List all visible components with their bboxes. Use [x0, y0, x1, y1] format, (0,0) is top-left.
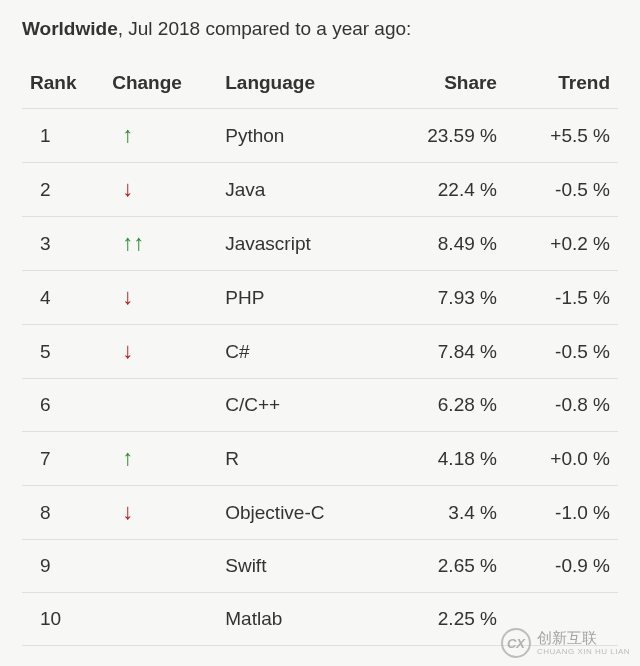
cell-change: ↑↑	[104, 217, 217, 271]
cell-share: 2.25 %	[382, 593, 505, 646]
cell-change	[104, 540, 217, 593]
cell-change	[104, 593, 217, 646]
cell-language: Matlab	[217, 593, 381, 646]
table-row: 9Swift2.65 %-0.9 %	[22, 540, 618, 593]
table-row: 7↑R4.18 %+0.0 %	[22, 432, 618, 486]
cell-language: R	[217, 432, 381, 486]
cell-language: C#	[217, 325, 381, 379]
cell-rank: 9	[22, 540, 104, 593]
cell-trend: +0.0 %	[505, 432, 618, 486]
cell-trend: -0.9 %	[505, 540, 618, 593]
cell-language: Python	[217, 109, 381, 163]
col-header-change: Change	[104, 58, 217, 109]
cell-share: 2.65 %	[382, 540, 505, 593]
cell-trend: -1.0 %	[505, 486, 618, 540]
table-caption: Worldwide, Jul 2018 compared to a year a…	[22, 18, 618, 40]
caption-detail: , Jul 2018 compared to a year ago:	[118, 18, 412, 39]
col-header-language: Language	[217, 58, 381, 109]
cell-share: 3.4 %	[382, 486, 505, 540]
cell-language: Javascript	[217, 217, 381, 271]
table-row: 3↑↑Javascript8.49 %+0.2 %	[22, 217, 618, 271]
cell-change: ↓	[104, 486, 217, 540]
cell-trend: -1.5 %	[505, 271, 618, 325]
arrow-down-icon: ↓	[122, 501, 133, 523]
cell-rank: 5	[22, 325, 104, 379]
cell-language: PHP	[217, 271, 381, 325]
cell-language: Java	[217, 163, 381, 217]
cell-trend: -0.5 %	[505, 325, 618, 379]
table-header-row: Rank Change Language Share Trend	[22, 58, 618, 109]
cell-rank: 1	[22, 109, 104, 163]
cell-share: 8.49 %	[382, 217, 505, 271]
cell-change: ↑	[104, 109, 217, 163]
cell-trend: -0.5 %	[505, 163, 618, 217]
cell-change: ↓	[104, 271, 217, 325]
cell-share: 7.93 %	[382, 271, 505, 325]
cell-language: Objective-C	[217, 486, 381, 540]
cell-share: 23.59 %	[382, 109, 505, 163]
cell-rank: 4	[22, 271, 104, 325]
cell-trend: +0.2 %	[505, 217, 618, 271]
cell-language: C/C++	[217, 379, 381, 432]
watermark-text: 创新互联 CHUANG XIN HU LIAN	[537, 629, 630, 657]
cell-rank: 8	[22, 486, 104, 540]
table-row: 4↓PHP7.93 %-1.5 %	[22, 271, 618, 325]
caption-scope: Worldwide	[22, 18, 118, 39]
arrow-down-icon: ↓	[122, 178, 133, 200]
col-header-rank: Rank	[22, 58, 104, 109]
cell-change: ↑	[104, 432, 217, 486]
cell-change: ↓	[104, 163, 217, 217]
arrow-up-icon: ↑	[122, 232, 133, 254]
watermark-cn: 创新互联	[537, 629, 630, 647]
cell-rank: 6	[22, 379, 104, 432]
cell-trend: +5.5 %	[505, 109, 618, 163]
table-row: 8↓Objective-C3.4 %-1.0 %	[22, 486, 618, 540]
cell-rank: 2	[22, 163, 104, 217]
ranking-table: Rank Change Language Share Trend 1↑Pytho…	[22, 58, 618, 646]
col-header-share: Share	[382, 58, 505, 109]
table-row: 5↓C#7.84 %-0.5 %	[22, 325, 618, 379]
arrow-down-icon: ↓	[122, 340, 133, 362]
cell-share: 6.28 %	[382, 379, 505, 432]
cell-share: 7.84 %	[382, 325, 505, 379]
table-row: 1↑Python23.59 %+5.5 %	[22, 109, 618, 163]
table-row: 2↓Java22.4 %-0.5 %	[22, 163, 618, 217]
cell-change	[104, 379, 217, 432]
ranking-table-container: Worldwide, Jul 2018 compared to a year a…	[0, 0, 640, 664]
col-header-trend: Trend	[505, 58, 618, 109]
cell-share: 4.18 %	[382, 432, 505, 486]
cell-change: ↓	[104, 325, 217, 379]
cell-language: Swift	[217, 540, 381, 593]
arrow-up-icon: ↑	[122, 447, 133, 469]
watermark: CX 创新互联 CHUANG XIN HU LIAN	[501, 628, 630, 658]
arrow-down-icon: ↓	[122, 286, 133, 308]
cell-rank: 10	[22, 593, 104, 646]
watermark-logo-icon: CX	[501, 628, 531, 658]
cell-rank: 3	[22, 217, 104, 271]
cell-trend: -0.8 %	[505, 379, 618, 432]
arrow-up-icon: ↑	[133, 232, 144, 254]
table-row: 6C/C++6.28 %-0.8 %	[22, 379, 618, 432]
watermark-en: CHUANG XIN HU LIAN	[537, 647, 630, 657]
cell-share: 22.4 %	[382, 163, 505, 217]
cell-rank: 7	[22, 432, 104, 486]
arrow-up-icon: ↑	[122, 124, 133, 146]
